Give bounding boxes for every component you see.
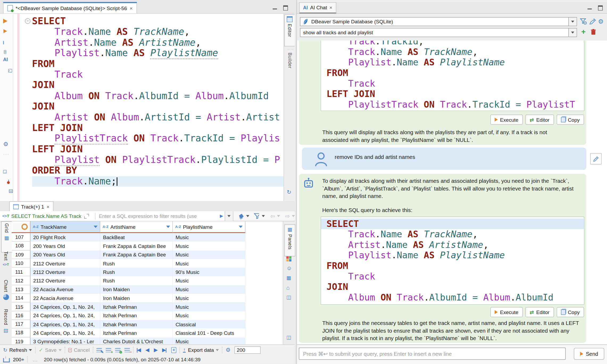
chat-history[interactable]: Track.TrackId, Track.Name AS TrackName, …: [297, 41, 607, 345]
data-cell[interactable]: BackBeat: [100, 233, 173, 242]
row-number-cell[interactable]: 118: [12, 329, 30, 337]
apply-filter-funnel-icon[interactable]: [254, 213, 259, 219]
fold-collapse-icon[interactable]: −: [25, 18, 31, 24]
column-header-playlistname[interactable]: A-Z PlaylistName: [173, 221, 246, 233]
table-row[interactable]: 10720 Flight RockBackBeatMusic: [12, 233, 283, 242]
copy-button[interactable]: Copy: [556, 307, 584, 317]
column-header-artistname[interactable]: A-Z ArtistName: [100, 221, 173, 233]
cancel-button[interactable]: Cancel: [74, 347, 90, 353]
first-row-icon[interactable]: |◀: [136, 347, 141, 353]
edit-cell-icon[interactable]: ✎: [96, 348, 102, 352]
data-cell[interactable]: Music: [173, 303, 246, 311]
column-header-trackname[interactable]: A-Z TrackName: [30, 221, 100, 233]
filter-back-menu-icon[interactable]: [277, 215, 280, 217]
data-cell[interactable]: Charles Dutoit & L'Orchest: [100, 337, 173, 344]
table-row[interactable]: 1112112 OvertureRush90's Music: [12, 268, 283, 277]
tab-text[interactable]: Text <>T: [1, 251, 11, 266]
editor-button[interactable]: ⇄Editor: [525, 307, 554, 317]
table-row[interactable]: 11624 Caprices, Op. 1, No. 24,Itzhak Per…: [12, 311, 283, 320]
sort-menu-icon[interactable]: [166, 226, 170, 228]
table-row[interactable]: 108200 Years OldFrank Zappa & Captain Be…: [12, 242, 283, 251]
data-cell[interactable]: Iron Maiden: [100, 285, 173, 294]
add-prompt-icon[interactable]: +: [581, 28, 585, 36]
table-row[interactable]: 11322 Acacia AvenueIron MaidenMusic: [12, 285, 283, 294]
table-row[interactable]: 11422 Acacia AvenueIron MaidenMusic: [12, 294, 283, 303]
data-cell[interactable]: Frank Zappa & Captain Bee: [100, 250, 173, 259]
table-row[interactable]: 11824 Caprices, Op. 1, No. 24,Itzhak Per…: [12, 329, 283, 337]
sql-code-block-1[interactable]: Track.TrackId, Track.Name AS TrackName, …: [321, 41, 584, 111]
data-cell[interactable]: 2112 Overture: [30, 268, 100, 277]
fetch-size-input[interactable]: 200: [234, 346, 260, 354]
refresh-circular-icon[interactable]: ↻: [287, 189, 291, 195]
table-row[interactable]: 11724 Caprices, Op. 1, No. 24,Itzhak Per…: [12, 320, 283, 329]
data-cell[interactable]: 24 Caprices, Op. 1, No. 24,: [30, 329, 100, 337]
database-combo[interactable]: DBeaver Sample Database (SQLite): [300, 17, 577, 26]
data-cell[interactable]: 200 Years Old: [30, 250, 100, 259]
send-button[interactable]: Send: [574, 348, 604, 360]
sql-terminal-icon[interactable]: >_: [8, 69, 12, 73]
execute-new-tab-icon[interactable]: [3, 29, 7, 33]
grid-corner-cell[interactable]: [12, 221, 30, 233]
minimize-icon[interactable]: [588, 9, 592, 9]
data-cell[interactable]: Classical: [173, 320, 246, 329]
retry-broom-button[interactable]: [590, 153, 602, 164]
table-row[interactable]: 1122112 OvertureRushMusic: [12, 277, 283, 285]
data-cell[interactable]: Itzhak Perlman: [100, 303, 173, 311]
filter-forward-icon[interactable]: ⇨: [285, 213, 290, 219]
row-number-cell[interactable]: 109: [12, 250, 30, 259]
save-file-icon[interactable]: [8, 180, 9, 183]
add-row-icon[interactable]: +: [106, 348, 111, 352]
result-grid[interactable]: A-Z TrackName A-Z ArtistName A-Z Playlis…: [12, 221, 283, 344]
data-cell[interactable]: 3 Gymnopédies: No.1 - Ler: [30, 337, 100, 344]
open-file-icon[interactable]: →: [3, 170, 7, 173]
value-viewer-icon[interactable]: [286, 256, 291, 261]
expand-filter-icon[interactable]: [84, 214, 89, 218]
row-number-cell[interactable]: 112: [12, 277, 30, 285]
execute-script-icon[interactable]: [3, 41, 4, 44]
ai-chat-tab-close-icon[interactable]: ×: [329, 5, 332, 10]
execute-button[interactable]: Execute: [490, 115, 523, 125]
table-row[interactable]: 109200 Years OldFrank Zappa & Captain Be…: [12, 250, 283, 259]
bottom-panel-icon[interactable]: ◫: [286, 334, 291, 340]
prompt-combo-dropdown[interactable]: [568, 28, 577, 37]
prompt-combo[interactable]: show all tracks and add playlist: [300, 28, 577, 37]
export-file-icon[interactable]: [x]: [9, 189, 13, 193]
fetch-page-icon[interactable]: [171, 347, 176, 353]
data-cell[interactable]: 22 Acacia Avenue: [30, 285, 100, 294]
tab-record[interactable]: Record ▤: [1, 309, 11, 333]
row-number-cell[interactable]: 119: [12, 337, 30, 344]
filter-dropdown-button[interactable]: [225, 211, 233, 221]
data-cell[interactable]: 20 Flight Rock: [30, 233, 100, 242]
maximize-icon[interactable]: [283, 6, 288, 11]
clear-filter-menu-icon[interactable]: [246, 215, 250, 217]
tab-grid[interactable]: Grid ▦: [1, 221, 12, 252]
data-cell[interactable]: 22 Acacia Avenue: [30, 294, 100, 303]
row-number-cell[interactable]: 110: [12, 259, 30, 268]
row-number-cell[interactable]: 116: [12, 311, 30, 320]
row-number-cell[interactable]: 107: [12, 233, 30, 242]
data-cell[interactable]: Music: [173, 285, 246, 294]
data-cell[interactable]: Rush: [100, 259, 173, 268]
data-cell[interactable]: Rush: [100, 268, 173, 277]
execute-button[interactable]: Execute: [490, 307, 523, 317]
sort-menu-icon[interactable]: [239, 226, 243, 228]
previous-row-icon[interactable]: ◀: [145, 347, 149, 353]
results-tab[interactable]: Track(+) 1 ×: [9, 201, 53, 211]
chat-input[interactable]: Press ⌘↩ to submit your query, press Ent…: [299, 348, 566, 359]
filter-forward-menu-icon[interactable]: [292, 215, 295, 217]
data-cell[interactable]: Music: [173, 259, 246, 268]
grid-settings-gear-icon[interactable]: ⚙: [226, 347, 230, 353]
row-number-cell[interactable]: 108: [12, 242, 30, 251]
delete-row-icon[interactable]: −: [124, 348, 130, 352]
metadata-icon[interactable]: ☺: [286, 265, 292, 271]
editor-button[interactable]: ⇄Editor: [525, 115, 554, 125]
data-cell[interactable]: Music: [173, 242, 246, 251]
data-cell[interactable]: 200 Years Old: [30, 242, 100, 251]
data-cell[interactable]: Music: [173, 337, 246, 344]
tab-panels[interactable]: ▦ Panels: [284, 225, 295, 256]
sql-code-block-2[interactable]: SELECT Track.Name AS TrackName, Artist.N…: [321, 217, 584, 304]
calendar-panel-icon[interactable]: ▦: [286, 275, 291, 281]
refresh-button[interactable]: Refresh: [9, 347, 27, 353]
data-cell[interactable]: 24 Caprices, Op. 1, No. 24,: [30, 311, 100, 320]
filter-back-icon[interactable]: ⇦: [270, 213, 275, 219]
